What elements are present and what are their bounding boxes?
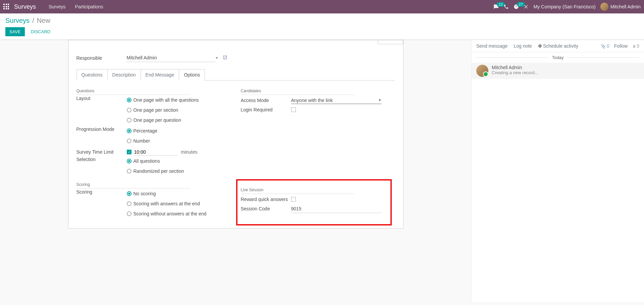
messaging-icon[interactable]: 12	[493, 4, 499, 9]
avatar	[600, 3, 608, 11]
message-item: Mitchell Admin Creating a new record...	[472, 63, 644, 79]
selection-random[interactable]: Randomized per section	[127, 167, 184, 175]
breadcrumb: Surveys / New	[5, 17, 639, 24]
control-panel: Surveys / New SAVE DISCARD	[0, 13, 644, 40]
tab-options[interactable]: Options	[179, 69, 205, 81]
time-limit-unit: minutes	[181, 149, 198, 155]
message-text: Creating a new record...	[492, 70, 538, 75]
phone-icon[interactable]	[503, 4, 509, 9]
access-mode-value: Anyone with the link	[291, 98, 378, 103]
chatter-right: 0 Follow 0	[601, 43, 639, 49]
notebook: Questions Description End Message Option…	[76, 69, 395, 223]
scoring-with-label: Scoring with answers at the end	[133, 201, 200, 206]
scoring-with[interactable]: Scoring with answers at the end	[127, 199, 207, 208]
section-scoring-title: Scoring	[76, 182, 231, 189]
progression-radio-group: Percentage Number	[127, 126, 158, 145]
selection-radio-group: All questions Randomized per section	[127, 157, 184, 175]
layout-option-question-label: One page per question	[133, 117, 181, 123]
responsible-row: Responsible ▼	[76, 52, 395, 64]
navbar-right: 12 27 My Company (San Francisco) Mitchel…	[493, 3, 641, 11]
progression-number[interactable]: Number	[127, 137, 158, 145]
reward-checkbox[interactable]	[291, 197, 296, 202]
progression-label: Progression Mode	[76, 126, 127, 132]
section-live-title: Live Session	[241, 188, 395, 194]
top-right-box	[378, 40, 403, 44]
layout-label: Layout	[76, 96, 127, 101]
attachments-count[interactable]: 0	[601, 43, 609, 49]
scoring-none[interactable]: No scoring	[127, 189, 207, 198]
breadcrumb-sep: /	[32, 17, 34, 24]
responsible-dropdown-icon[interactable]: ▼	[215, 56, 219, 60]
time-limit-checkbox[interactable]: ✓	[127, 150, 131, 154]
scoring-without-label: Scoring without answers at the end	[133, 211, 207, 216]
apps-icon[interactable]	[3, 4, 9, 10]
access-mode-select[interactable]: Anyone with the link ▼	[291, 97, 382, 104]
nav-participations[interactable]: Participations	[70, 4, 108, 9]
session-code-input[interactable]	[291, 205, 382, 213]
time-limit-input[interactable]	[134, 149, 178, 156]
message-body: Mitchell Admin Creating a new record...	[492, 65, 538, 77]
date-separator: Today	[476, 55, 639, 60]
tab-content-options: Questions Layout One page with all the q…	[76, 81, 395, 223]
layout-option-question[interactable]: One page per question	[127, 116, 199, 124]
layout-radio-group: One page with all the questions One page…	[127, 96, 199, 124]
options-right-col: Candidates Access Mode Anyone with the l…	[241, 85, 395, 218]
cp-buttons: SAVE DISCARD	[5, 27, 639, 36]
save-button[interactable]: SAVE	[5, 27, 25, 36]
selection-all-label: All questions	[133, 158, 160, 164]
access-mode-label: Access Mode	[241, 98, 291, 103]
message-avatar	[476, 65, 488, 77]
time-limit-label: Survey Time Limit	[76, 149, 127, 155]
nav-surveys[interactable]: Surveys	[44, 4, 70, 9]
options-left-col: Questions Layout One page with all the q…	[76, 85, 231, 218]
send-message-button[interactable]: Send message	[476, 43, 507, 49]
chatter: Send message Log note Schedule activity …	[471, 40, 644, 302]
followers-count[interactable]: 0	[632, 43, 639, 49]
navbar-left: Surveys Surveys Participations	[3, 3, 108, 10]
layout-option-section[interactable]: One page per section	[127, 106, 199, 114]
schedule-activity-button[interactable]: Schedule activity	[538, 43, 578, 49]
form-sheet: Responsible ▼ Questions Description End …	[68, 40, 404, 228]
selection-random-label: Randomized per section	[133, 168, 184, 174]
company-switcher[interactable]: My Company (San Francisco)	[534, 4, 596, 9]
selection-all[interactable]: All questions	[127, 157, 184, 165]
message-author: Mitchell Admin	[492, 65, 538, 70]
scoring-radio-group: No scoring Scoring with answers at the e…	[127, 189, 207, 218]
close-debug-icon[interactable]	[524, 4, 529, 9]
log-note-button[interactable]: Log note	[514, 43, 532, 49]
session-code-label: Session Code	[241, 206, 291, 211]
reward-label: Reward quick answers	[241, 197, 291, 202]
section-candidates-title: Candidates	[241, 89, 395, 95]
login-required-label: Login Required	[241, 107, 291, 112]
chevron-down-icon: ▼	[378, 98, 382, 102]
nav-tabs: Questions Description End Message Option…	[76, 69, 395, 81]
progression-percentage-label: Percentage	[133, 128, 158, 134]
scoring-label: Scoring	[76, 189, 127, 195]
user-menu[interactable]: Mitchell Admin	[600, 3, 641, 11]
main-area: Responsible ▼ Questions Description End …	[0, 40, 644, 302]
layout-option-all-label: One page with all the questions	[133, 97, 199, 103]
tab-end-message[interactable]: End Message	[141, 69, 179, 81]
follow-button[interactable]: Follow	[614, 43, 628, 49]
chatter-topbar: Send message Log note Schedule activity …	[472, 40, 644, 52]
external-link-icon[interactable]	[223, 55, 227, 61]
date-separator-label: Today	[549, 55, 567, 60]
login-required-checkbox[interactable]	[291, 107, 296, 112]
navbar: Surveys Surveys Participations 12 27 My …	[0, 0, 644, 13]
responsible-input[interactable]	[127, 54, 215, 62]
breadcrumb-root[interactable]: Surveys	[5, 17, 30, 24]
activities-icon[interactable]: 27	[514, 4, 519, 9]
progression-percentage[interactable]: Percentage	[127, 126, 158, 135]
discard-button[interactable]: DISCARD	[28, 27, 53, 36]
app-brand[interactable]: Surveys	[14, 3, 36, 10]
layout-option-section-label: One page per section	[133, 107, 178, 113]
form-scroll-area[interactable]: Responsible ▼ Questions Description End …	[0, 40, 471, 302]
tab-description[interactable]: Description	[107, 69, 141, 81]
scoring-without[interactable]: Scoring without answers at the end	[127, 209, 207, 218]
selection-label: Selection	[76, 157, 127, 162]
layout-option-all[interactable]: One page with all the questions	[127, 96, 199, 104]
tab-questions[interactable]: Questions	[76, 69, 108, 81]
progression-number-label: Number	[133, 138, 150, 144]
user-name: Mitchell Admin	[610, 4, 641, 9]
schedule-activity-label: Schedule activity	[543, 43, 578, 49]
